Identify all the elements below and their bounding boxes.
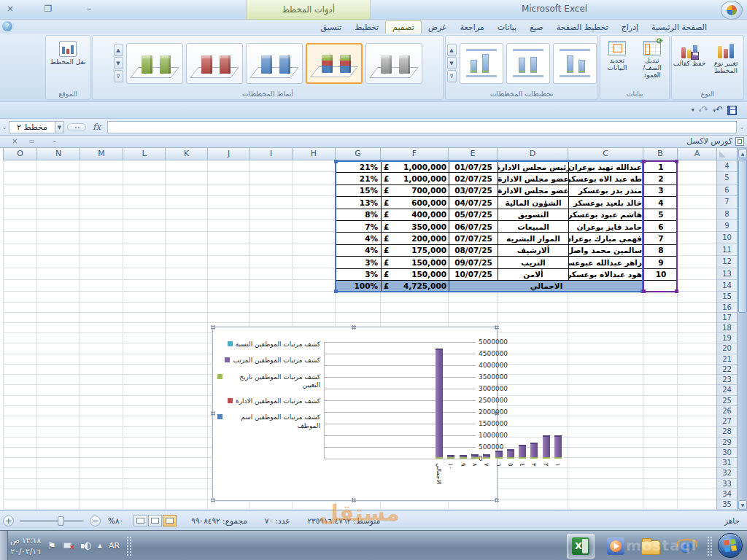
- grid-cell[interactable]: [123, 220, 165, 232]
- chart-bar[interactable]: [460, 455, 467, 459]
- grid-cell[interactable]: [643, 427, 677, 437]
- grid-cell[interactable]: [123, 313, 165, 323]
- select-data-button[interactable]: تحديد البيانات: [600, 38, 634, 89]
- grid-cell[interactable]: [643, 292, 677, 302]
- scroll-down-icon[interactable]: ▼: [738, 500, 747, 510]
- grid-cell[interactable]: [292, 196, 335, 208]
- grid-cell[interactable]: [123, 333, 165, 343]
- cell-total-percentage[interactable]: 100%: [336, 280, 381, 291]
- name-box-grip[interactable]: [67, 123, 86, 131]
- cell-salary[interactable]: £400,000: [381, 209, 449, 220]
- cell-number[interactable]: 10: [643, 268, 678, 280]
- grid-cell[interactable]: [3, 396, 36, 406]
- cell-number[interactable]: 1: [643, 160, 678, 172]
- grid-cell[interactable]: [249, 268, 292, 280]
- grid-cell[interactable]: [568, 343, 643, 354]
- grid-cell[interactable]: [207, 268, 249, 280]
- grid-cell[interactable]: [80, 196, 123, 208]
- office-button[interactable]: [721, 1, 743, 20]
- grid-cell[interactable]: [80, 256, 123, 268]
- styles-scroll-down-icon[interactable]: ▼: [114, 57, 123, 69]
- scroll-up-icon[interactable]: ▲: [738, 149, 747, 158]
- grid-cell[interactable]: [677, 303, 716, 313]
- grid-cell[interactable]: [497, 468, 568, 478]
- switch-row-column-button[interactable]: ⟳ تبديل الصف/العمود: [635, 38, 669, 89]
- grid-cell[interactable]: [36, 468, 80, 478]
- grid-cell[interactable]: [249, 232, 292, 244]
- grid-cell[interactable]: [568, 489, 643, 499]
- grid-cell[interactable]: [80, 220, 123, 232]
- grid-cell[interactable]: [3, 499, 36, 510]
- grid-cell[interactable]: [292, 268, 335, 280]
- help-icon[interactable]: ?: [2, 21, 12, 31]
- grid-cell[interactable]: [36, 458, 80, 468]
- cell-department[interactable]: عضو مجلس الادارة: [498, 184, 568, 196]
- workbook-minimize-icon[interactable]: –: [53, 137, 56, 146]
- grid-cell[interactable]: [123, 172, 165, 184]
- grid-cell[interactable]: [3, 313, 36, 323]
- cell-department[interactable]: الشؤون المالية: [498, 196, 568, 208]
- vertical-scrollbar[interactable]: ▲ ▼: [737, 148, 747, 510]
- grid-cell[interactable]: [36, 209, 80, 220]
- grid-cell[interactable]: [36, 256, 80, 268]
- row-header-28[interactable]: 28: [716, 427, 737, 437]
- cell-salary[interactable]: £1,000,000: [381, 172, 449, 184]
- grid-cell[interactable]: [123, 448, 165, 458]
- cell-percentage[interactable]: 4%: [336, 244, 381, 256]
- layouts-scroll-more-icon[interactable]: ⊽: [447, 70, 457, 82]
- grid-cell[interactable]: [643, 375, 677, 385]
- grid-cell[interactable]: [677, 427, 716, 437]
- grid-cell[interactable]: [568, 416, 643, 427]
- legend-item-1[interactable]: كشف مرتبات الموظفين النسبة: [217, 341, 320, 349]
- formula-bar-chevron-icon[interactable]: ⌄: [0, 124, 9, 131]
- grid-cell[interactable]: [677, 184, 716, 196]
- grid-cell[interactable]: [36, 479, 80, 489]
- grid-cell[interactable]: [36, 323, 80, 333]
- grid-cell[interactable]: [80, 416, 123, 427]
- row-header-34[interactable]: 34: [716, 489, 737, 499]
- cell-department[interactable]: التريب: [498, 256, 568, 268]
- grid-cell[interactable]: [249, 313, 292, 323]
- row-header-30[interactable]: 30: [716, 448, 737, 458]
- taskbar-clock[interactable]: ١٢:١٨ ص٢٠/٠٢/١٦: [10, 535, 41, 556]
- tab-2[interactable]: تخطيط الصفحة: [550, 21, 615, 34]
- layouts-scroll-down-icon[interactable]: ▼: [447, 57, 457, 69]
- grid-cell[interactable]: [677, 244, 716, 256]
- row-header-9[interactable]: 9: [716, 220, 737, 232]
- move-chart-button[interactable]: نقل المخطط: [47, 38, 88, 89]
- grid-cell[interactable]: [568, 323, 643, 333]
- cell-employee-name[interactable]: خالد بلعيد بوعسكر: [568, 196, 643, 208]
- column-header-B[interactable]: B: [643, 148, 677, 160]
- grid-cell[interactable]: [165, 489, 207, 499]
- row-header-31[interactable]: 31: [716, 458, 737, 468]
- grid-cell[interactable]: [3, 468, 36, 478]
- cell-percentage[interactable]: 8%: [336, 209, 381, 220]
- grid-cell[interactable]: [568, 313, 643, 323]
- grid-cell[interactable]: [497, 323, 568, 333]
- insert-function-button[interactable]: fx: [89, 122, 104, 132]
- row-header-15[interactable]: 15: [716, 292, 737, 302]
- grid-cell[interactable]: [249, 196, 292, 208]
- cell-employee-name[interactable]: طه عبد الاه بوعسكر: [568, 172, 643, 184]
- grid-cell[interactable]: [36, 375, 80, 385]
- cell-hire-date[interactable]: 05/07/25: [449, 209, 498, 220]
- grid-cell[interactable]: [36, 427, 80, 437]
- grid-cell[interactable]: [677, 479, 716, 489]
- grid-cell[interactable]: [497, 292, 568, 302]
- restore-icon[interactable]: ❐: [42, 3, 54, 15]
- grid-cell[interactable]: [677, 354, 716, 365]
- grid-cell[interactable]: [677, 396, 716, 406]
- grid-cell[interactable]: [677, 220, 716, 232]
- grid-cell[interactable]: [643, 406, 677, 416]
- grid-cell[interactable]: [80, 268, 123, 280]
- grid-cell[interactable]: [677, 172, 716, 184]
- grid-cell[interactable]: [165, 385, 207, 395]
- layouts-scroll-up-icon[interactable]: ▲: [447, 44, 457, 56]
- column-header-L[interactable]: L: [123, 148, 165, 160]
- grid-cell[interactable]: [36, 313, 80, 323]
- row-header-20[interactable]: 20: [716, 343, 737, 354]
- grid-cell[interactable]: [497, 303, 568, 313]
- chart-bar[interactable]: [543, 435, 550, 459]
- grid-cell[interactable]: [36, 303, 80, 313]
- grid-cell[interactable]: [123, 343, 165, 354]
